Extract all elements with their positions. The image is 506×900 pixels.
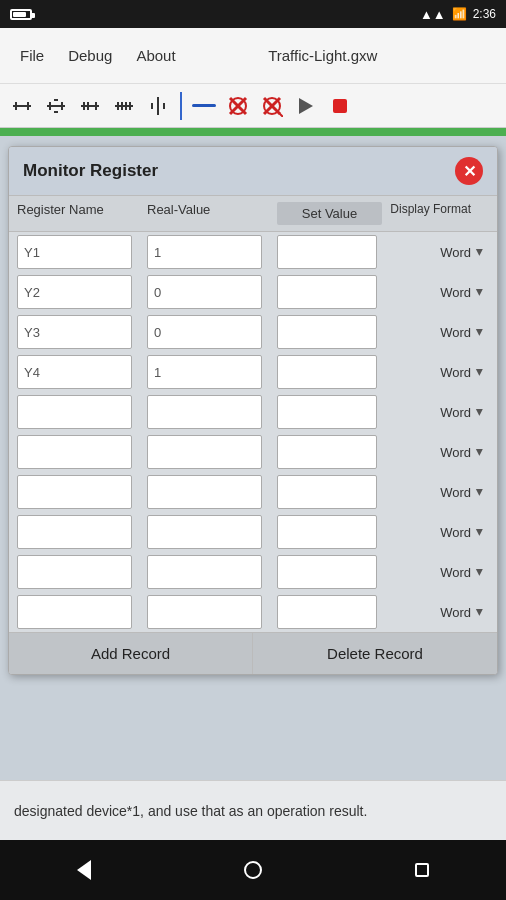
realval-input-1[interactable] <box>147 275 262 309</box>
register-input-3[interactable] <box>17 355 132 389</box>
cell-setval-5[interactable] <box>277 435 382 469</box>
cell-display-0[interactable]: Word <box>382 245 489 260</box>
delete-record-button[interactable]: Delete Record <box>253 633 497 674</box>
cell-display-2[interactable]: Word <box>382 325 489 340</box>
setval-input-7[interactable] <box>277 515 377 549</box>
cell-realval-7[interactable] <box>147 515 277 549</box>
cell-register-9[interactable] <box>17 595 147 629</box>
dropdown-arrow-4[interactable] <box>473 406 485 418</box>
add-record-button[interactable]: Add Record <box>9 633 253 674</box>
display-text-5: Word <box>440 445 471 460</box>
dropdown-arrow-6[interactable] <box>473 486 485 498</box>
realval-input-7[interactable] <box>147 515 262 549</box>
cell-register-7[interactable] <box>17 515 147 549</box>
setval-input-2[interactable] <box>277 315 377 349</box>
cell-display-6[interactable]: Word <box>382 485 489 500</box>
cell-register-2[interactable] <box>17 315 147 349</box>
toolbar-btn-3[interactable] <box>76 92 104 120</box>
dropdown-arrow-9[interactable] <box>473 606 485 618</box>
cell-display-4[interactable]: Word <box>382 405 489 420</box>
realval-input-0[interactable] <box>147 235 262 269</box>
setval-input-0[interactable] <box>277 235 377 269</box>
cell-realval-0[interactable] <box>147 235 277 269</box>
setval-input-6[interactable] <box>277 475 377 509</box>
toolbar-btn-2[interactable] <box>42 92 70 120</box>
cell-setval-4[interactable] <box>277 395 382 429</box>
setval-input-8[interactable] <box>277 555 377 589</box>
setval-input-9[interactable] <box>277 595 377 629</box>
cell-register-6[interactable] <box>17 475 147 509</box>
setval-input-3[interactable] <box>277 355 377 389</box>
cell-setval-9[interactable] <box>277 595 382 629</box>
cell-register-4[interactable] <box>17 395 147 429</box>
realval-input-9[interactable] <box>147 595 262 629</box>
realval-input-8[interactable] <box>147 555 262 589</box>
toolbar-btn-1[interactable] <box>8 92 36 120</box>
cell-setval-8[interactable] <box>277 555 382 589</box>
nav-back-button[interactable] <box>54 850 114 890</box>
dropdown-arrow-1[interactable] <box>473 286 485 298</box>
menu-debug[interactable]: Debug <box>56 39 124 72</box>
menu-file[interactable]: File <box>8 39 56 72</box>
register-input-4[interactable] <box>17 395 132 429</box>
toolbar-btn-play[interactable] <box>292 92 320 120</box>
cell-realval-2[interactable] <box>147 315 277 349</box>
cell-setval-7[interactable] <box>277 515 382 549</box>
cell-display-5[interactable]: Word <box>382 445 489 460</box>
setval-input-5[interactable] <box>277 435 377 469</box>
realval-input-2[interactable] <box>147 315 262 349</box>
cell-realval-6[interactable] <box>147 475 277 509</box>
toolbar-btn-4[interactable] <box>110 92 138 120</box>
realval-input-3[interactable] <box>147 355 262 389</box>
cell-setval-2[interactable] <box>277 315 382 349</box>
menu-about[interactable]: About <box>124 39 187 72</box>
toolbar-btn-xred2[interactable] <box>258 92 286 120</box>
cell-display-7[interactable]: Word <box>382 525 489 540</box>
close-button[interactable]: ✕ <box>455 157 483 185</box>
realval-input-6[interactable] <box>147 475 262 509</box>
register-input-2[interactable] <box>17 315 132 349</box>
register-input-8[interactable] <box>17 555 132 589</box>
cell-realval-1[interactable] <box>147 275 277 309</box>
nav-home-button[interactable] <box>223 850 283 890</box>
cell-realval-9[interactable] <box>147 595 277 629</box>
dropdown-arrow-5[interactable] <box>473 446 485 458</box>
toolbar-btn-5[interactable] <box>144 92 172 120</box>
dropdown-arrow-8[interactable] <box>473 566 485 578</box>
cell-register-0[interactable] <box>17 235 147 269</box>
dropdown-arrow-7[interactable] <box>473 526 485 538</box>
cell-display-1[interactable]: Word <box>382 285 489 300</box>
dropdown-arrow-3[interactable] <box>473 366 485 378</box>
dropdown-arrow-2[interactable] <box>473 326 485 338</box>
cell-register-5[interactable] <box>17 435 147 469</box>
setval-input-1[interactable] <box>277 275 377 309</box>
cell-realval-4[interactable] <box>147 395 277 429</box>
cell-setval-3[interactable] <box>277 355 382 389</box>
cell-display-9[interactable]: Word <box>382 605 489 620</box>
cell-register-1[interactable] <box>17 275 147 309</box>
toolbar-btn-line[interactable] <box>190 92 218 120</box>
realval-input-5[interactable] <box>147 435 262 469</box>
nav-recent-button[interactable] <box>392 850 452 890</box>
setval-input-4[interactable] <box>277 395 377 429</box>
cell-realval-3[interactable] <box>147 355 277 389</box>
toolbar-btn-stop[interactable] <box>326 92 354 120</box>
cell-setval-6[interactable] <box>277 475 382 509</box>
cell-register-8[interactable] <box>17 555 147 589</box>
register-input-1[interactable] <box>17 275 132 309</box>
register-input-6[interactable] <box>17 475 132 509</box>
register-input-9[interactable] <box>17 595 132 629</box>
cell-register-3[interactable] <box>17 355 147 389</box>
cell-setval-0[interactable] <box>277 235 382 269</box>
toolbar-btn-xred1[interactable] <box>224 92 252 120</box>
register-input-0[interactable] <box>17 235 132 269</box>
cell-realval-8[interactable] <box>147 555 277 589</box>
cell-realval-5[interactable] <box>147 435 277 469</box>
cell-display-8[interactable]: Word <box>382 565 489 580</box>
cell-display-3[interactable]: Word <box>382 365 489 380</box>
realval-input-4[interactable] <box>147 395 262 429</box>
dropdown-arrow-0[interactable] <box>473 246 485 258</box>
register-input-7[interactable] <box>17 515 132 549</box>
cell-setval-1[interactable] <box>277 275 382 309</box>
register-input-5[interactable] <box>17 435 132 469</box>
